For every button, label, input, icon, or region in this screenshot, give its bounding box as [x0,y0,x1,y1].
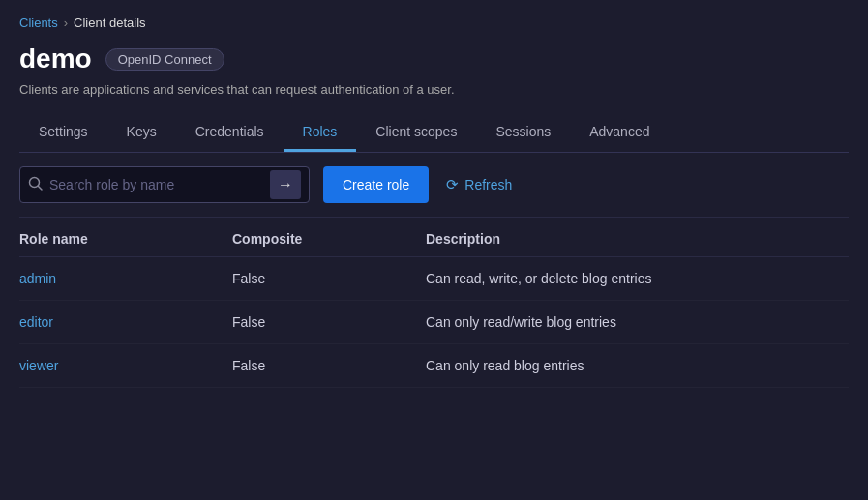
breadcrumb-parent[interactable]: Clients [19,15,58,30]
tab-credentials[interactable]: Credentials [176,114,284,152]
tabs-bar: Settings Keys Credentials Roles Client s… [19,114,849,153]
col-header-role-name: Role name [19,218,232,257]
role-description: Can only read blog entries [426,344,849,388]
search-submit-button[interactable]: → [270,170,301,199]
col-header-composite: Composite [232,218,426,257]
app-title: demo [19,44,92,74]
tab-sessions[interactable]: Sessions [476,114,570,152]
breadcrumb-current: Client details [74,15,145,30]
tab-client-scopes[interactable]: Client scopes [356,114,476,152]
table-row: editorFalseCan only read/write blog entr… [19,301,849,344]
role-name-link[interactable]: viewer [19,358,58,373]
role-composite: False [232,257,426,301]
role-description: Can read, write, or delete blog entries [426,257,849,301]
search-icon [28,176,44,194]
tab-advanced[interactable]: Advanced [570,114,669,152]
refresh-icon: ⟳ [446,176,459,193]
role-description: Can only read/write blog entries [426,301,849,344]
role-name-link[interactable]: editor [19,314,53,330]
create-role-button[interactable]: Create role [323,166,429,203]
col-header-description: Description [426,218,849,257]
tab-roles[interactable]: Roles [284,114,357,152]
refresh-label: Refresh [464,177,512,192]
tab-keys[interactable]: Keys [107,114,176,152]
search-wrap: → [19,166,310,203]
breadcrumb-separator: › [64,15,68,30]
badge-openid: OpenID Connect [105,48,224,71]
search-input[interactable] [49,177,266,192]
role-composite: False [232,344,426,388]
role-name-link[interactable]: admin [19,271,56,286]
subtitle: Clients are applications and services th… [19,82,849,97]
table-row: viewerFalseCan only read blog entries [19,344,849,388]
role-composite: False [232,301,426,344]
table-row: adminFalseCan read, write, or delete blo… [19,257,849,301]
title-row: demo OpenID Connect [19,44,849,74]
refresh-button[interactable]: ⟳ Refresh [442,170,516,199]
roles-table: Role name Composite Description adminFal… [19,218,849,388]
toolbar: → Create role ⟳ Refresh [19,153,849,218]
breadcrumb: Clients › Client details [19,15,849,30]
table-header-row: Role name Composite Description [19,218,849,257]
tab-settings[interactable]: Settings [19,114,107,152]
svg-line-1 [39,186,43,190]
page-container: Clients › Client details demo OpenID Con… [0,0,868,500]
